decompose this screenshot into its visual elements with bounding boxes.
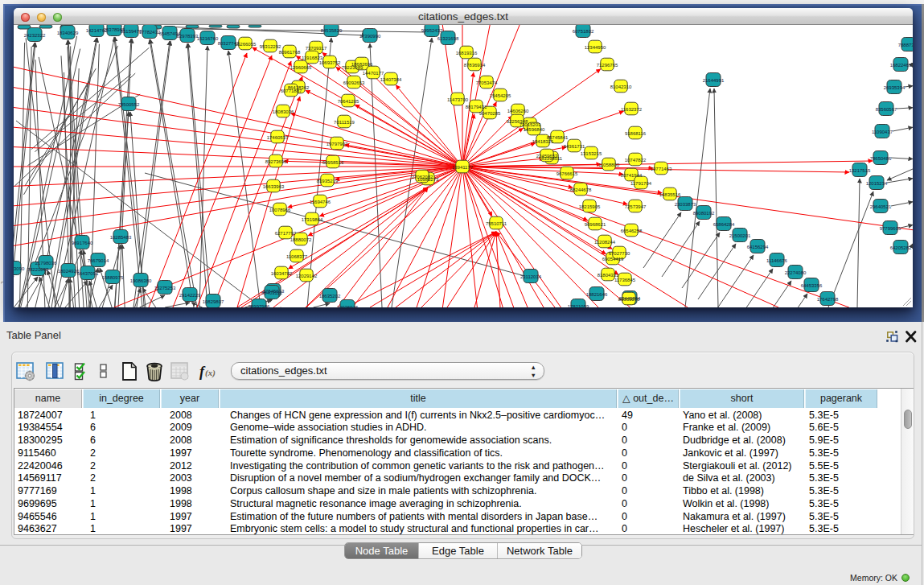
svg-text:99952432: 99952432 <box>421 28 443 33</box>
svg-text:19086380: 19086380 <box>130 278 152 283</box>
svg-text:10285483: 10285483 <box>110 235 132 240</box>
svg-text:16822463: 16822463 <box>890 63 912 68</box>
svg-text:17642798: 17642798 <box>817 297 839 302</box>
svg-text:81042310: 81042310 <box>610 84 632 89</box>
svg-text:64453356: 64453356 <box>801 283 823 288</box>
svg-text:86745841: 86745841 <box>547 135 569 140</box>
svg-text:64156294: 64156294 <box>747 245 769 249</box>
svg-text:18215905: 18215905 <box>579 204 601 209</box>
svg-text:96968621: 96968621 <box>585 222 606 227</box>
svg-text:89273696: 89273696 <box>265 159 287 164</box>
svg-text:18083036: 18083036 <box>273 109 294 114</box>
svg-text:21644991: 21644991 <box>703 78 725 83</box>
svg-text:10078966: 10078966 <box>269 208 291 212</box>
svg-text:67027730: 67027730 <box>609 251 630 256</box>
svg-text:95312292: 95312292 <box>260 44 281 49</box>
svg-text:14835516: 14835516 <box>659 192 681 197</box>
svg-text:11058800: 11058800 <box>598 163 620 167</box>
svg-text:19797907: 19797907 <box>326 142 348 146</box>
svg-text:18340629: 18340629 <box>57 31 79 35</box>
svg-text:24232322: 24232322 <box>24 33 46 38</box>
svg-text:18821646: 18821646 <box>586 292 608 297</box>
svg-text:29640521: 29640521 <box>870 204 892 209</box>
svg-text:75510711: 75510711 <box>486 221 507 226</box>
svg-text:27062082: 27062082 <box>412 175 433 179</box>
svg-text:88244678: 88244678 <box>570 187 592 192</box>
svg-text:90470285: 90470285 <box>479 111 501 116</box>
svg-text:84535829: 84535829 <box>321 28 343 33</box>
svg-text:11736845: 11736845 <box>614 278 636 282</box>
svg-text:78221092: 78221092 <box>27 267 49 272</box>
svg-text:12960665: 12960665 <box>290 65 312 70</box>
svg-text:73709317: 73709317 <box>306 46 327 51</box>
svg-text:10829807: 10829807 <box>203 299 224 304</box>
svg-text:11473700: 11473700 <box>447 97 469 102</box>
svg-text:11146676: 11146676 <box>766 258 787 263</box>
svg-text:83560567: 83560567 <box>876 107 897 112</box>
svg-text:18635202: 18635202 <box>319 294 341 299</box>
svg-text:12344950: 12344950 <box>585 45 606 50</box>
svg-text:10693752: 10693752 <box>319 60 341 65</box>
svg-text:12407384: 12407384 <box>380 77 402 82</box>
svg-text:87836914: 87836914 <box>464 63 486 68</box>
svg-text:78650486: 78650486 <box>870 156 892 161</box>
svg-text:15266055: 15266055 <box>235 42 257 47</box>
svg-text:15275253: 15275253 <box>154 286 176 290</box>
svg-text:96917640: 96917640 <box>72 241 93 245</box>
svg-text:10036926: 10036926 <box>337 305 359 308</box>
svg-text:14470177: 14470177 <box>363 71 384 76</box>
svg-text:73673090: 73673090 <box>14 266 25 271</box>
svg-text:26935394: 26935394 <box>884 85 906 90</box>
svg-text:81804331: 81804331 <box>598 273 619 278</box>
svg-text:76679014: 76679014 <box>88 258 109 263</box>
svg-text:11694746: 11694746 <box>310 200 331 204</box>
svg-text:69092653: 69092653 <box>343 80 365 85</box>
svg-text:72573947: 72573947 <box>625 204 647 209</box>
svg-text:80741944: 80741944 <box>621 173 643 178</box>
svg-text:23112014: 23112014 <box>520 274 542 279</box>
svg-text:77053474: 77053474 <box>476 80 498 85</box>
svg-text:97799605: 97799605 <box>880 226 901 231</box>
svg-text:15454205: 15454205 <box>490 93 511 98</box>
svg-text:15880975: 15880975 <box>102 275 124 280</box>
svg-text:22459653: 22459653 <box>536 154 558 159</box>
svg-text:78887334: 78887334 <box>898 43 913 47</box>
svg-text:60771887: 60771887 <box>281 89 302 93</box>
svg-text:65864284: 65864284 <box>713 222 735 227</box>
svg-text:16819316: 16819316 <box>456 51 478 56</box>
svg-text:66437091: 66437091 <box>77 271 99 276</box>
svg-text:13941177: 13941177 <box>452 165 474 170</box>
svg-text:16633963: 16633963 <box>263 184 285 189</box>
svg-text:11632372: 11632372 <box>621 107 643 112</box>
svg-text:70641205: 70641205 <box>338 99 359 104</box>
svg-text:96997986: 96997986 <box>248 304 270 308</box>
svg-text:21500201: 21500201 <box>729 233 751 238</box>
svg-text:13153215: 13153215 <box>581 151 602 156</box>
svg-text:62717797: 62717797 <box>275 231 297 236</box>
svg-text:18880072: 18880072 <box>290 237 312 242</box>
svg-text:21798036: 21798036 <box>35 261 57 266</box>
svg-text:89080192: 89080192 <box>693 211 715 216</box>
svg-text:17821059: 17821059 <box>568 304 589 308</box>
svg-text:71296765: 71296765 <box>597 63 618 68</box>
svg-text:69054419: 69054419 <box>602 257 624 262</box>
svg-text:15216760: 15216760 <box>197 36 219 41</box>
svg-text:91868116: 91868116 <box>625 131 647 136</box>
svg-text:61321698: 61321698 <box>437 36 459 41</box>
svg-text:17390990: 17390990 <box>359 34 381 39</box>
svg-text:78500552: 78500552 <box>118 102 140 107</box>
svg-text:(x): (x) <box>205 368 216 378</box>
svg-text:29142229: 29142229 <box>179 293 201 298</box>
svg-text:17319864: 17319864 <box>302 217 323 222</box>
svg-text:12015234: 12015234 <box>866 181 888 186</box>
svg-text:80961768: 80961768 <box>279 50 301 55</box>
svg-text:70111519: 70111519 <box>334 120 355 125</box>
svg-text:17782432: 17782432 <box>139 30 161 35</box>
svg-text:22274080: 22274080 <box>785 270 807 275</box>
svg-text:11068377: 11068377 <box>286 254 308 259</box>
svg-text:96766615: 96766615 <box>556 171 578 176</box>
svg-text:64205282: 64205282 <box>890 245 912 250</box>
svg-text:14596840: 14596840 <box>524 127 545 132</box>
svg-text:19771463: 19771463 <box>651 167 672 171</box>
svg-text:66546258: 66546258 <box>621 229 643 233</box>
